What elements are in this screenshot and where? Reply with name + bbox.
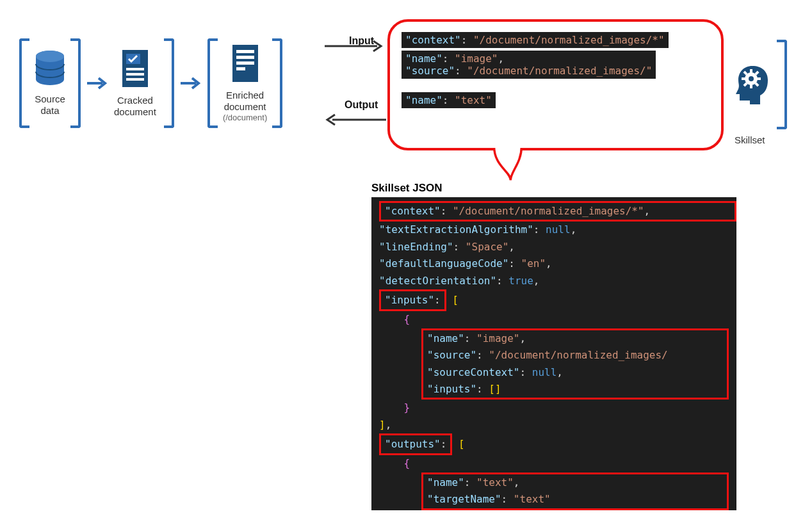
arrow-right-icon [179, 76, 202, 91]
output-label: Output [345, 99, 378, 111]
bracket-left-enriched [207, 38, 218, 128]
bracket-right-skillset [777, 40, 787, 129]
callout-context-line: "context": "/document/normalized_images/… [402, 32, 669, 48]
svg-rect-9 [236, 56, 254, 59]
json-line: "lineEnding": "Space", [379, 239, 736, 255]
stage-cracked-label: Cracked document [114, 95, 156, 118]
json-outputs-block-highlight: "name": "text", "targetName": "text" [421, 472, 729, 510]
stage-enriched-label: Enriched document (/document) [223, 90, 267, 123]
stage-cracked: Cracked document [114, 49, 156, 118]
bracket-left-source [19, 38, 29, 128]
stage-source: Source data [33, 50, 67, 117]
json-outputs-key-highlight: "outputs": [379, 433, 452, 455]
document-lines-icon [229, 44, 262, 85]
stage-skillset: Skillset [733, 40, 787, 146]
stage-enriched: Enriched document (/document) [223, 44, 267, 123]
bracket-right-enriched [272, 38, 282, 128]
arrow-left-icon [323, 112, 387, 127]
svg-rect-15 [750, 85, 752, 88]
svg-rect-8 [236, 50, 254, 53]
svg-rect-6 [126, 78, 144, 81]
svg-rect-4 [126, 68, 144, 70]
callout-tail [485, 144, 530, 182]
bracket-right-cracked [164, 38, 174, 128]
callout-output-line: "name": "text" [402, 92, 496, 108]
svg-rect-16 [742, 77, 745, 80]
json-context-highlight: "context": "/document/normalized_images/… [379, 201, 736, 222]
svg-rect-12 [492, 144, 524, 148]
svg-rect-11 [236, 67, 245, 70]
arrow-right-icon [323, 38, 387, 54]
json-line: ], [379, 417, 736, 433]
document-check-icon [118, 49, 152, 90]
json-line: "inputs": [] [427, 381, 727, 398]
json-line: "detectOrientation": true, [379, 273, 736, 289]
json-line: "targetName": "text" [427, 491, 727, 508]
database-icon [33, 50, 67, 88]
svg-point-1 [36, 51, 64, 62]
svg-rect-14 [750, 69, 752, 73]
json-line: { [379, 455, 736, 472]
skillset-json-title: Skillset JSON [371, 182, 443, 195]
bracket-right-source [70, 38, 81, 128]
arrow-right-icon [86, 76, 109, 91]
svg-rect-17 [757, 77, 761, 80]
callout-bubble: "context": "/document/normalized_images/… [387, 19, 724, 150]
json-line: "outputs": [ [379, 433, 736, 455]
pipeline-flow: Source data Cracked document [19, 38, 282, 128]
json-inputs-block-highlight: "name": "image", "source": "/document/no… [421, 328, 729, 400]
svg-rect-5 [126, 73, 144, 76]
json-line: "name": "image", [427, 330, 727, 347]
head-gear-icon [733, 63, 773, 106]
callout-input-lines: "name": "image","source": "/document/nor… [402, 51, 656, 79]
json-inputs-key-highlight: "inputs": [379, 289, 446, 311]
stage-skillset-label: Skillset [735, 134, 787, 146]
json-line: "defaultLanguageCode": "en", [379, 255, 736, 272]
json-line: { [379, 311, 736, 328]
json-line: "source": "/document/normalized_images/ [427, 347, 727, 364]
json-line: "sourceContext": null, [427, 364, 727, 381]
skillset-json-panel: "context": "/document/normalized_images/… [371, 197, 736, 510]
json-line: "inputs": [ [379, 289, 736, 311]
svg-rect-10 [236, 61, 254, 65]
stage-source-label: Source data [35, 93, 65, 117]
svg-point-22 [749, 76, 754, 81]
json-line: "name": "text", [427, 474, 727, 491]
json-line: "textExtractionAlgorithm": null, [379, 222, 736, 238]
json-line: } [379, 400, 736, 416]
